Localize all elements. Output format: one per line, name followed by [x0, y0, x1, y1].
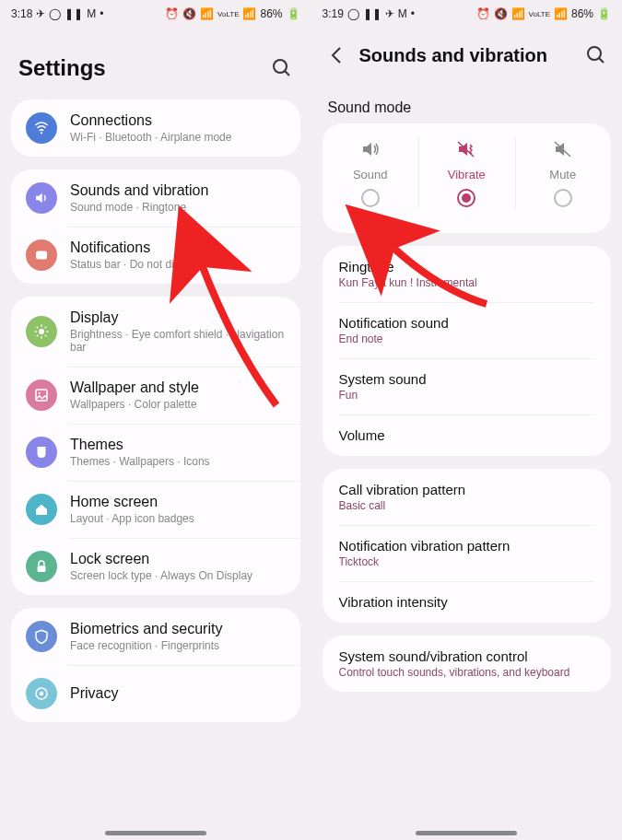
settings-item-wallpaper[interactable]: Wallpaper and styleWallpapers · Color pa…: [11, 367, 300, 424]
item-title: Notifications: [70, 239, 286, 256]
sound-mode-sound[interactable]: Sound: [323, 129, 419, 216]
item-subtitle: Screen lock type · Always On Display: [70, 569, 286, 582]
wifi-icon: [26, 112, 57, 144]
battery-icon: 🔋: [287, 7, 300, 20]
lock-icon: [26, 551, 57, 582]
mute-icon: 🔇: [494, 7, 508, 20]
svg-point-0: [274, 60, 287, 73]
header: Sounds and vibration: [311, 28, 623, 85]
svg-line-1: [285, 71, 289, 76]
settings-item-wifi[interactable]: ConnectionsWi-Fi · Bluetooth · Airplane …: [11, 99, 300, 157]
item-subtitle: Brightness · Eye comfort shield · Naviga…: [70, 328, 286, 354]
search-button[interactable]: [271, 57, 293, 79]
phone-left: 3:18 ✈ ◯ ❚❚ M • ⏰ 🔇 📶 VoLTE 📶 86% 🔋 Sett…: [0, 0, 311, 840]
alarm-icon: ⏰: [165, 7, 179, 20]
settings-item-themes[interactable]: ThemesThemes · Wallpapers · Icons: [11, 424, 300, 481]
settings-group: Biometrics and securityFace recognition …: [11, 608, 300, 722]
item-title: Display: [70, 309, 286, 326]
signal-icon: 📶: [242, 7, 256, 20]
svg-point-2: [41, 132, 42, 134]
row-title: System sound: [339, 371, 595, 387]
item-title: Connections: [70, 112, 286, 129]
status-time: 3:18: [11, 7, 32, 20]
setting-row[interactable]: System sound/vibration controlControl to…: [323, 636, 612, 692]
sound-mode-label: Sound mode: [311, 85, 623, 123]
settings-item-sound[interactable]: Sounds and vibrationSound mode · Rington…: [11, 169, 300, 227]
item-subtitle: Layout · App icon badges: [70, 512, 286, 525]
sound-icon: [26, 182, 57, 214]
wallpaper-icon: [26, 379, 57, 411]
whatsapp-icon: ◯: [347, 7, 359, 20]
row-title: Notification sound: [339, 315, 595, 331]
more-icon: •: [411, 7, 415, 20]
gmail-icon: M: [398, 7, 407, 20]
setting-row[interactable]: Call vibration patternBasic call: [323, 469, 612, 525]
row-title: Ringtone: [339, 259, 595, 274]
back-button[interactable]: [326, 44, 348, 66]
settings-item-shield[interactable]: Biometrics and securityFace recognition …: [11, 608, 300, 665]
setting-row[interactable]: Volume: [323, 414, 612, 456]
row-subtitle: End note: [339, 332, 595, 345]
mode-label: Mute: [549, 168, 576, 181]
setting-row[interactable]: System soundFun: [323, 358, 612, 414]
sound-mode-mute[interactable]: Mute: [515, 129, 612, 216]
mute-icon: [552, 138, 574, 160]
nav-bar[interactable]: [416, 831, 517, 835]
settings-group: ConnectionsWi-Fi · Bluetooth · Airplane …: [11, 99, 300, 157]
radio[interactable]: [457, 189, 475, 207]
item-subtitle: Sound mode · Ringtone: [70, 201, 286, 214]
setting-row[interactable]: Vibration intensity: [323, 581, 612, 623]
item-subtitle: Wallpapers · Color palette: [70, 398, 286, 411]
signal-icon: 📶: [554, 7, 568, 20]
setting-row[interactable]: Notification soundEnd note: [323, 302, 612, 358]
gmail-icon: M: [87, 7, 96, 20]
sound-mode-card: SoundVibrateMute: [323, 123, 612, 233]
svg-point-14: [39, 392, 41, 394]
item-subtitle: Wi-Fi · Bluetooth · Airplane mode: [70, 131, 286, 144]
svg-line-10: [45, 335, 47, 337]
radio[interactable]: [554, 189, 572, 207]
row-title: Notification vibration pattern: [339, 538, 595, 554]
battery-icon: 🔋: [597, 7, 611, 20]
settings-item-brightness[interactable]: DisplayBrightness · Eye comfort shield ·…: [11, 297, 300, 367]
row-title: System sound/vibration control: [339, 648, 595, 664]
themes-icon: [26, 437, 57, 468]
telegram-icon: ✈: [385, 7, 394, 20]
status-bar: 3:18 ✈ ◯ ❚❚ M • ⏰ 🔇 📶 VoLTE 📶 86% 🔋: [0, 0, 311, 28]
page-title: Sounds and vibration: [359, 45, 575, 66]
settings-item-privacy[interactable]: Privacy: [11, 665, 300, 722]
pause-icon: ❚❚: [363, 7, 381, 20]
search-icon: [585, 44, 607, 66]
home-icon: [26, 494, 57, 525]
settings-item-notif[interactable]: NotificationsStatus bar · Do not disturb: [11, 227, 300, 284]
item-title: Home screen: [70, 494, 286, 510]
brightness-icon: [26, 316, 57, 347]
chevron-left-icon: [326, 44, 348, 66]
settings-group: DisplayBrightness · Eye comfort shield ·…: [11, 297, 300, 595]
mode-label: Sound: [353, 168, 388, 181]
phone-right: 3:19 ◯ ❚❚ ✈ M • ⏰ 🔇 📶 VoLTE 📶 86% 🔋 Soun…: [311, 0, 623, 840]
setting-row[interactable]: RingtoneKun Faya kun ! Instrumental: [323, 246, 612, 302]
settings-item-home[interactable]: Home screenLayout · App icon badges: [11, 481, 300, 538]
radio[interactable]: [361, 189, 380, 207]
row-title: Call vibration pattern: [339, 482, 595, 497]
settings-subgroup: System sound/vibration controlControl to…: [323, 636, 612, 692]
item-title: Biometrics and security: [70, 621, 286, 637]
vibrate-icon: [455, 138, 477, 160]
nav-bar[interactable]: [105, 831, 206, 835]
sound-mode-vibrate[interactable]: Vibrate: [418, 129, 515, 216]
settings-item-lock[interactable]: Lock screenScreen lock type · Always On …: [11, 538, 300, 595]
more-icon: •: [100, 7, 103, 20]
item-subtitle: Face recognition · Fingerprints: [70, 639, 286, 652]
shield-icon: [26, 621, 57, 652]
setting-row[interactable]: Notification vibration patternTicktock: [323, 525, 612, 581]
mode-label: Vibrate: [448, 168, 486, 181]
svg-point-4: [39, 329, 44, 334]
row-title: Volume: [339, 427, 595, 443]
svg-line-11: [37, 335, 39, 337]
svg-rect-15: [38, 566, 46, 572]
svg-line-19: [599, 58, 604, 63]
item-title: Privacy: [70, 685, 286, 702]
search-button[interactable]: [585, 44, 607, 66]
battery-text: 86%: [571, 7, 593, 20]
